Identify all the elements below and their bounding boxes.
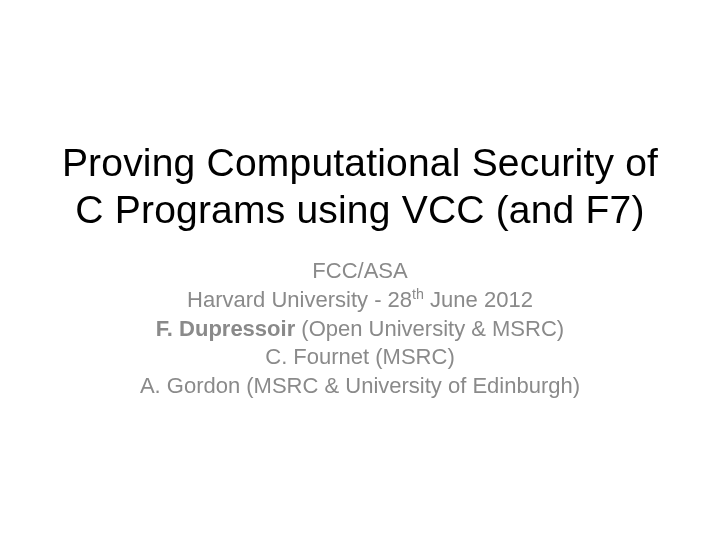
venue-prefix: Harvard University - 28 [187, 287, 412, 312]
subtitle-block: FCC/ASA Harvard University - 28th June 2… [140, 257, 580, 400]
author-third: A. Gordon (MSRC & University of Edinburg… [140, 372, 580, 401]
author-primary-affil: (Open University & MSRC) [295, 316, 564, 341]
venue-date: Harvard University - 28th June 2012 [140, 286, 580, 315]
venue-suffix: June 2012 [424, 287, 533, 312]
author-primary-name: F. Dupressoir [156, 316, 295, 341]
slide: Proving Computational Security of C Prog… [0, 0, 720, 540]
slide-title: Proving Computational Security of C Prog… [50, 140, 670, 234]
date-ordinal: th [412, 286, 424, 302]
event-name: FCC/ASA [140, 257, 580, 286]
author-primary: F. Dupressoir (Open University & MSRC) [140, 315, 580, 344]
author-second: C. Fournet (MSRC) [140, 343, 580, 372]
